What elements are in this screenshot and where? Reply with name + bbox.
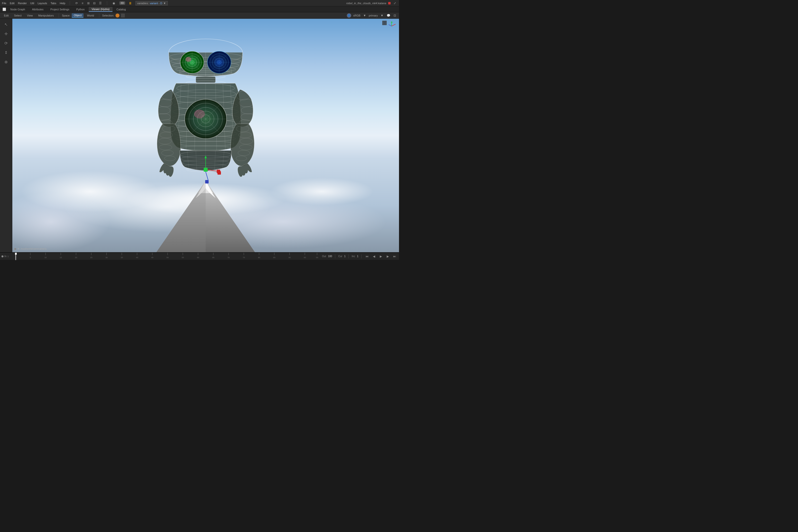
world-button[interactable]: World (85, 14, 96, 18)
menu-icon[interactable]: ☰ (98, 1, 102, 5)
selection-indicator[interactable] (115, 14, 119, 18)
colorspace-label: sRGB (353, 14, 360, 17)
timeline-ruler[interactable]: 5 10 15 20 25 30 35 40 45 (15, 253, 320, 260)
timeline: In 1 5 10 15 20 (0, 252, 399, 260)
collapse-icon[interactable]: ⊟ (92, 1, 97, 5)
options-icon[interactable]: ⊡ (393, 13, 397, 18)
svg-text:5: 5 (30, 256, 31, 259)
display-label: primary (369, 14, 378, 17)
svg-text:70: 70 (228, 256, 230, 259)
svg-text:99: 99 (316, 256, 318, 259)
tool-move[interactable]: ✛ (2, 30, 10, 37)
settings-icon[interactable]: ≡ (80, 1, 85, 5)
svg-text:Y: Y (392, 21, 393, 23)
menu-bar-left: File Edit Render Util Layouts Tabs Help … (2, 1, 343, 5)
tool-scale[interactable]: ⇕ (2, 49, 10, 56)
menu-bar: File Edit Render Util Layouts Tabs Help … (0, 0, 399, 6)
vt-group-mode: Edit Select View Manipulators (2, 14, 56, 18)
object-button[interactable]: Object (72, 13, 83, 18)
chat-icon[interactable]: 💬 (386, 13, 391, 18)
menu-util[interactable]: Util (30, 2, 34, 5)
colorspace-dropdown[interactable]: ▼ (362, 13, 367, 18)
tab-node-graph[interactable]: Node Graph (7, 7, 28, 12)
tab-icon: ⬜ (2, 7, 6, 12)
svg-text:65: 65 (212, 256, 214, 259)
selection-label: Selection: (102, 14, 114, 17)
pause-icon[interactable]: ⏸ (129, 1, 132, 5)
variables-dropdown[interactable]: variables: variant - D ▼ (135, 1, 168, 5)
tool-rotate[interactable]: ⟳ (2, 39, 10, 47)
viewport[interactable]: Y 👁 /root/world/cam/camera ⛶ (12, 19, 399, 252)
tool-transform[interactable]: ⊕ (2, 58, 10, 65)
menu-bar-right: robot_in_the_clouds_mk4.katana ⤢ (346, 1, 397, 5)
cur-label: Cur (338, 255, 342, 258)
svg-rect-107 (217, 171, 221, 175)
display-dropdown[interactable]: ▼ (380, 13, 384, 18)
svg-rect-35 (196, 77, 215, 83)
skip-start-button[interactable]: ⏮ (364, 254, 369, 259)
svg-text:85: 85 (273, 256, 276, 259)
svg-text:40: 40 (136, 256, 138, 259)
camera-path-overlay: 👁 /root/world/cam/camera (14, 248, 46, 250)
toolbar-icons: ⟳ ≡ ⊞ ⊟ ☰ (74, 1, 102, 5)
expand-icon[interactable]: ⊞ (86, 1, 91, 5)
svg-line-104 (206, 172, 208, 180)
menu-edit[interactable]: Edit (10, 2, 15, 5)
svg-rect-99 (204, 168, 208, 172)
viewport-controls-right: ⛶ (382, 21, 387, 25)
svg-text:50: 50 (167, 256, 169, 259)
menu-render[interactable]: Render (18, 2, 27, 5)
svg-line-112 (389, 25, 392, 26)
tab-project-settings[interactable]: Project Settings (47, 7, 72, 12)
edit-button[interactable]: Edit (2, 14, 11, 18)
svg-text:60: 60 (197, 256, 199, 259)
manipulators-button[interactable]: Manipulators (36, 14, 56, 18)
step-forward-button[interactable]: ▶ (385, 254, 390, 259)
main-area: ↖ ✛ ⟳ ⇕ ⊕ (0, 19, 399, 252)
out-label: Out (322, 255, 326, 258)
select-button[interactable]: Select (12, 14, 24, 18)
tab-viewer-hydra[interactable]: Viewer (Hydra) (89, 7, 113, 12)
avatar-icon: 👤 (347, 13, 351, 18)
expand-window-icon[interactable]: ⤢ (393, 1, 397, 5)
menu-file[interactable]: File (2, 2, 6, 5)
svg-point-66 (194, 110, 205, 118)
svg-text:20: 20 (75, 256, 77, 259)
view-button[interactable]: View (25, 14, 35, 18)
svg-text:45: 45 (151, 256, 153, 259)
left-sidebar: ↖ ✛ ⟳ ⇕ ⊕ (0, 19, 12, 252)
camera-dot (14, 248, 16, 250)
timeline-frame-start: 1 (7, 255, 8, 258)
badge-3d: 3D (119, 1, 125, 5)
timeline-area: In 1 5 10 15 20 (0, 252, 399, 260)
menu-tabs[interactable]: Tabs (51, 2, 56, 5)
menu-layouts[interactable]: Layouts (38, 2, 47, 5)
tab-python[interactable]: Python (73, 7, 88, 12)
cur-value: 1 (344, 255, 346, 258)
inc-label: Inc (352, 255, 355, 258)
tab-catalog[interactable]: Catalog (114, 7, 129, 12)
skip-end-button[interactable]: ⏭ (392, 254, 397, 259)
vt-group-selection: Selection: (102, 14, 125, 18)
menu-help[interactable]: Help (60, 2, 65, 5)
tool-select[interactable]: ↖ (2, 21, 10, 28)
tab-attributes[interactable]: Attributes (29, 7, 46, 12)
fullscreen-icon[interactable]: ⛶ (382, 21, 387, 25)
play-button[interactable]: ▶ (378, 254, 383, 259)
svg-point-25 (186, 57, 191, 62)
selection-icon2[interactable] (121, 14, 125, 18)
variables-label: variables: (137, 2, 149, 5)
svg-rect-105 (205, 180, 209, 184)
space-label: Space: (62, 14, 70, 17)
out-value: 100 (328, 255, 332, 258)
variant-value: variant - D (150, 2, 162, 5)
render-icon[interactable]: ◉ (112, 1, 116, 5)
svg-text:15: 15 (60, 256, 62, 259)
dropdown-arrow: ▼ (163, 2, 166, 5)
camera-eye-icon: 👁 (17, 248, 20, 250)
svg-text:10: 10 (44, 256, 46, 259)
step-back-button[interactable]: ◀ (372, 254, 376, 259)
svg-text:80: 80 (258, 256, 260, 259)
refresh-icon[interactable]: ⟳ (74, 1, 79, 5)
status-indicator (388, 2, 391, 4)
